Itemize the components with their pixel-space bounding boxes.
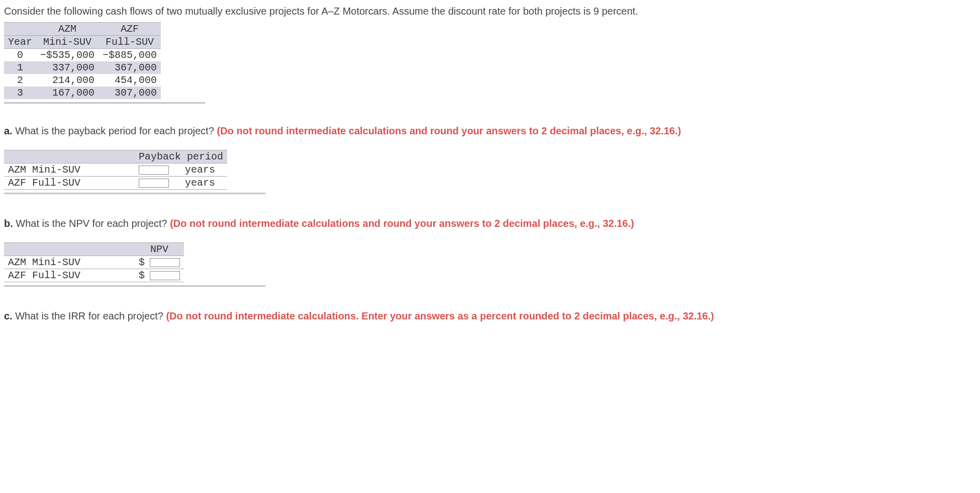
payback-header: Payback period (135, 150, 227, 163)
cell-value: −$535,000 (36, 49, 99, 62)
payback-input-azm[interactable] (139, 166, 169, 175)
table-row: 3 167,000 307,000 (4, 87, 161, 99)
part-hint: (Do not round intermediate calculations … (217, 125, 681, 136)
question-c: c. What is the IRR for each project? (Do… (4, 309, 976, 323)
npv-input-azm[interactable] (150, 258, 180, 267)
table-row: AZM Mini-SUV $ (4, 256, 184, 269)
col-header-azf-top: AZF (99, 23, 161, 36)
cell-year: 2 (4, 74, 36, 87)
part-hint: (Do not round intermediate calculations.… (166, 310, 714, 321)
row-label: AZF Full-SUV (4, 177, 135, 190)
col-header-year: Year (4, 36, 36, 49)
part-label: c. (4, 310, 13, 321)
section-rule (4, 285, 265, 287)
question-b: b. What is the NPV for each project? (Do… (4, 216, 976, 230)
table-row: 2 214,000 454,000 (4, 74, 161, 87)
row-label: AZM Mini-SUV (4, 163, 135, 177)
table-row: AZF Full-SUV $ (4, 269, 184, 282)
npv-input-azf[interactable] (150, 271, 180, 280)
cell-year: 3 (4, 87, 36, 99)
unit-label: years (181, 177, 227, 190)
part-text: What is the payback period for each proj… (13, 125, 217, 136)
table-row: AZF Full-SUV years (4, 177, 227, 190)
payback-table: Payback period AZM Mini-SUV years AZF Fu… (4, 150, 227, 190)
part-label: a. (4, 125, 13, 136)
col-header-azf-bot: Full-SUV (99, 36, 161, 49)
question-a: a. What is the payback period for each p… (4, 124, 976, 138)
cell-value: 367,000 (99, 61, 161, 74)
section-rule (4, 193, 265, 194)
part-text: What is the NPV for each project? (13, 218, 170, 229)
table-bottom-rule (4, 102, 205, 104)
cell-value: 454,000 (99, 74, 161, 87)
npv-header: NPV (135, 243, 184, 256)
part-hint: (Do not round intermediate calculations … (170, 218, 634, 229)
currency-symbol: $ (135, 269, 146, 282)
cell-value: 337,000 (36, 61, 99, 74)
cell-value: 167,000 (36, 87, 99, 99)
cell-value: 214,000 (36, 74, 99, 87)
row-label: AZF Full-SUV (4, 269, 135, 282)
payback-input-azf[interactable] (139, 179, 169, 188)
table-row: 0 −$535,000 −$885,000 (4, 49, 161, 62)
currency-symbol: $ (135, 256, 146, 269)
unit-label: years (181, 163, 227, 177)
cell-value: 307,000 (99, 87, 161, 99)
cash-flow-table: AZM AZF Year Mini-SUV Full-SUV 0 −$535,0… (4, 22, 161, 99)
part-text: What is the IRR for each project? (13, 310, 166, 321)
col-header-azm-top: AZM (36, 23, 99, 36)
table-row: AZM Mini-SUV years (4, 163, 227, 177)
col-header-azm-bot: Mini-SUV (36, 36, 99, 49)
cell-value: −$885,000 (99, 49, 161, 62)
table-row: 1 337,000 367,000 (4, 61, 161, 74)
cell-year: 0 (4, 49, 36, 62)
row-label: AZM Mini-SUV (4, 256, 135, 269)
cell-year: 1 (4, 61, 36, 74)
npv-table: NPV AZM Mini-SUV $ AZF Full-SUV $ (4, 242, 184, 282)
intro-paragraph: Consider the following cash flows of two… (4, 4, 976, 18)
part-label: b. (4, 218, 13, 229)
